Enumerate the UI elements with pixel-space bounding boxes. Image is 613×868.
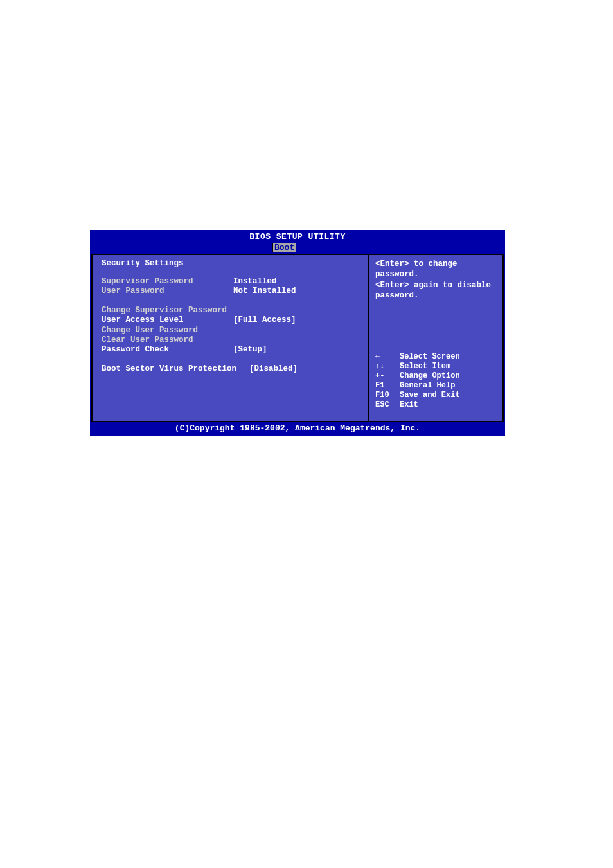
nav-key-f1: F1 — [375, 381, 400, 391]
row-supervisor-password: Supervisor Password Installed — [102, 277, 359, 286]
row-password-check[interactable]: Password Check [Setup] — [102, 345, 359, 354]
help-panel: <Enter> to change password. <Enter> agai… — [368, 254, 504, 422]
row-user-password: User Password Not Installed — [102, 287, 359, 296]
section-title: Security Settings — [102, 259, 243, 270]
nav-select-screen: Select Screen — [375, 352, 496, 362]
label-user-access: User Access Level — [102, 315, 233, 324]
settings-panel: Security Settings Supervisor Password In… — [91, 254, 368, 422]
help-text: <Enter> to change password. <Enter> agai… — [375, 259, 496, 301]
tab-bar: Boot — [91, 242, 504, 253]
row-change-user-password[interactable]: Change User Password — [102, 326, 359, 335]
value-supervisor-password: Installed — [233, 277, 277, 286]
value-user-access: [Full Access] — [233, 315, 296, 324]
label-clear-user: Clear User Password — [102, 335, 233, 344]
tab-boot[interactable]: Boot — [272, 243, 296, 252]
label-change-supervisor: Change Supervisor Password — [102, 306, 233, 315]
nav-change-option: +- Change Option — [375, 371, 496, 381]
label-supervisor-password: Supervisor Password — [102, 277, 233, 286]
bios-title: BIOS SETUP UTILITY — [91, 231, 504, 242]
nav-general-help: F1 General Help — [375, 381, 496, 391]
label-boot-sector: Boot Sector Virus Protection — [102, 364, 249, 373]
value-boot-sector: [Disabled] — [249, 364, 298, 373]
help-line2: <Enter> again to disable password. — [375, 280, 496, 301]
label-password-check: Password Check — [102, 345, 233, 354]
nav-key-f10: F10 — [375, 391, 400, 400]
row-change-supervisor-password[interactable]: Change Supervisor Password — [102, 306, 359, 315]
row-clear-user-password[interactable]: Clear User Password — [102, 335, 359, 344]
arrow-updown-icon — [375, 362, 400, 371]
row-user-access-level[interactable]: User Access Level [Full Access] — [102, 315, 359, 324]
help-line1: <Enter> to change password. — [375, 259, 496, 280]
row-boot-sector-virus[interactable]: Boot Sector Virus Protection [Disabled] — [102, 364, 359, 373]
nav-key-plusminus: +- — [375, 371, 400, 381]
nav-key-esc: ESC — [375, 400, 400, 410]
copyright-footer: (C)Copyright 1985-2002, American Megatre… — [91, 422, 504, 434]
value-user-password: Not Installed — [233, 287, 296, 296]
main-panel: Security Settings Supervisor Password In… — [91, 253, 504, 422]
value-password-check: [Setup] — [233, 345, 267, 354]
nav-select-item: Select Item — [375, 362, 496, 371]
nav-help: Select Screen Select Item +- Change Opti… — [375, 352, 496, 410]
bios-window: BIOS SETUP UTILITY Boot Security Setting… — [90, 230, 505, 436]
nav-exit: ESC Exit — [375, 400, 496, 410]
arrow-left-icon — [375, 352, 400, 362]
nav-save-exit: F10 Save and Exit — [375, 391, 496, 400]
label-user-password: User Password — [102, 287, 233, 296]
label-change-user: Change User Password — [102, 326, 233, 335]
